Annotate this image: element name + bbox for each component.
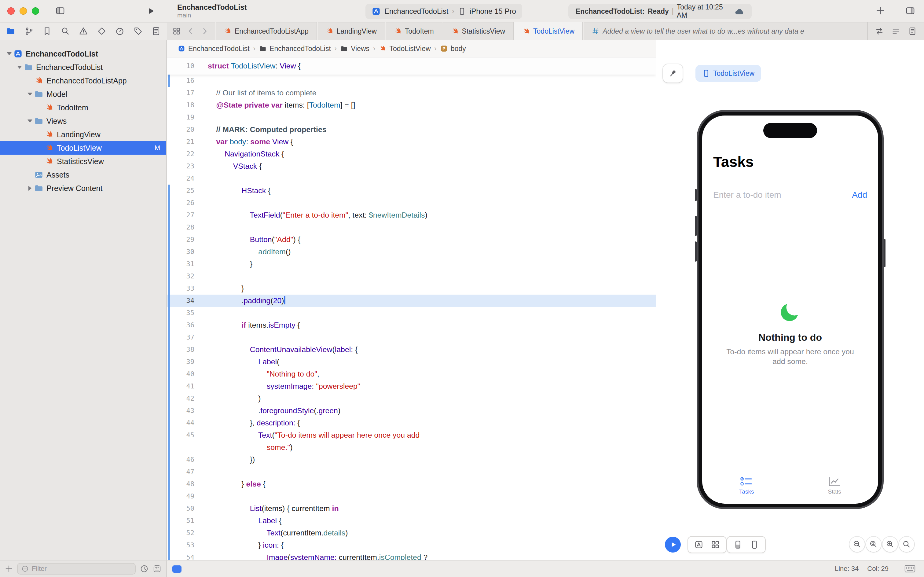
device-settings-icon[interactable] <box>733 540 742 549</box>
code-line-51[interactable]: 51 Label { <box>167 515 656 527</box>
code-line-32[interactable]: 32 <box>167 270 656 282</box>
disclosure-chevron-down[interactable] <box>26 119 34 122</box>
line-number[interactable]: 36 <box>167 319 194 331</box>
code-line-36[interactable]: 36 if items.isEmpty { <box>167 319 656 331</box>
breadcrumb-item-enchancedtodolist[interactable]: EnchancedTodoList <box>259 45 331 53</box>
line-number[interactable]: 47 <box>167 466 194 478</box>
code-line-39[interactable]: 39 Label( <box>167 356 656 368</box>
line-number[interactable]: 33 <box>167 282 194 295</box>
sidebar-item-assets[interactable]: Assets <box>0 168 166 182</box>
line-number[interactable]: 22 <box>167 148 194 160</box>
line-number[interactable]: 49 <box>167 490 194 503</box>
code-line-53[interactable]: 53 } icon: { <box>167 539 656 551</box>
code-line-50[interactable]: 50 List(items) { currentItem in <box>167 503 656 515</box>
line-number[interactable]: 35 <box>167 307 194 319</box>
editor-tab-enchancedtodolistapp[interactable]: EnchancedTodoListApp <box>215 22 317 40</box>
source-control-filter-button[interactable] <box>153 564 161 573</box>
line-number[interactable]: 37 <box>167 331 194 343</box>
device-icon[interactable] <box>750 540 759 549</box>
line-number[interactable]: 40 <box>167 368 194 380</box>
line-number[interactable]: 29 <box>167 234 194 246</box>
line-number[interactable]: 38 <box>167 343 194 356</box>
code-line-wrap[interactable]: some.") <box>167 441 656 453</box>
code-line-21[interactable]: 21 var body: some View { <box>167 136 656 148</box>
zoom-in-button[interactable] <box>882 537 898 552</box>
sidebar-item-preview-content[interactable]: Preview Content <box>0 182 166 195</box>
line-number[interactable]: 21 <box>167 136 194 148</box>
code-line-17[interactable]: 17 // Our list of items to complete <box>167 87 656 99</box>
line-number[interactable]: 41 <box>167 380 194 392</box>
zoom-actual-button[interactable] <box>899 537 914 552</box>
code-line-25[interactable]: 25 HStack { <box>167 185 656 197</box>
scheme-selector[interactable]: EnchancedTodoList › iPhone 15 Pro <box>365 4 522 19</box>
disclosure-chevron-down[interactable] <box>15 66 24 69</box>
line-number[interactable]: 50 <box>167 503 194 515</box>
recent-files-filter-button[interactable] <box>140 564 148 573</box>
code-line-35[interactable]: 35 <box>167 307 656 319</box>
add-file-button[interactable] <box>5 565 13 573</box>
source-control-navigator-button[interactable] <box>24 27 34 36</box>
code-line-34[interactable]: 34 .padding(20) <box>167 295 656 307</box>
code-line-10[interactable]: 10struct TodoListView: View { <box>167 58 656 74</box>
zoom-fit-button[interactable] <box>866 537 881 552</box>
editor-tab-landingview[interactable]: LandingView <box>317 22 385 40</box>
line-number[interactable]: 32 <box>167 270 194 282</box>
code-line-33[interactable]: 33 } <box>167 282 656 295</box>
disclosure-chevron-down[interactable] <box>26 93 34 96</box>
close-window-button[interactable] <box>7 7 14 15</box>
code-line-52[interactable]: 52 Text(currentItem.details) <box>167 527 656 539</box>
bookmarks-navigator-button[interactable] <box>42 27 52 36</box>
code-line-45[interactable]: 45 Text("To-do items will appear here on… <box>167 429 656 441</box>
breadcrumb-item-enchancedtodolist[interactable]: EnchancedTodoList <box>178 45 250 53</box>
code-line-27[interactable]: 27 TextField("Enter a to-do item", text:… <box>167 209 656 221</box>
line-number[interactable]: 48 <box>167 478 194 490</box>
line-number[interactable]: 18 <box>167 99 194 111</box>
disclosure-chevron-right[interactable] <box>26 186 34 191</box>
tests-navigator-button[interactable] <box>97 27 106 36</box>
line-number[interactable]: 28 <box>167 221 194 234</box>
line-number[interactable] <box>167 441 194 453</box>
sidebar-item-views[interactable]: Views <box>0 114 166 128</box>
breadcrumb-item-views[interactable]: Views <box>340 45 369 53</box>
code-line-43[interactable]: 43 .foregroundStyle(.green) <box>167 405 656 417</box>
line-number[interactable]: 54 <box>167 551 194 560</box>
zoom-out-button[interactable] <box>850 537 865 552</box>
code-editor[interactable]: 1617 // Our list of items to complete18 … <box>167 58 656 560</box>
zoom-window-button[interactable] <box>32 7 39 15</box>
filter-field[interactable]: Filter <box>17 563 136 575</box>
breakpoints-navigator-button[interactable] <box>134 27 143 36</box>
code-line-26[interactable]: 26 <box>167 197 656 209</box>
line-number[interactable]: 51 <box>167 515 194 527</box>
line-number[interactable]: 24 <box>167 172 194 185</box>
code-line-48[interactable]: 48 } else { <box>167 478 656 490</box>
code-line-49[interactable]: 49 <box>167 490 656 503</box>
code-line-42[interactable]: 42 ) <box>167 392 656 405</box>
line-number[interactable]: 26 <box>167 197 194 209</box>
line-number[interactable]: 20 <box>167 124 194 136</box>
line-number[interactable]: 34 <box>167 295 194 307</box>
code-line-41[interactable]: 41 systemImage: "powersleep" <box>167 380 656 392</box>
sidebar-item-enchancedtodolist[interactable]: EnchancedTodoList <box>0 61 166 74</box>
code-line-37[interactable]: 37 <box>167 331 656 343</box>
code-line-38[interactable]: 38 ContentUnavailableView(label: { <box>167 343 656 356</box>
code-line-54[interactable]: 54 Image(systemName: currentItem.isCompl… <box>167 551 656 560</box>
line-number[interactable]: 45 <box>167 429 194 441</box>
editor-tab-todolistview[interactable]: TodoListView <box>514 22 583 40</box>
preview-target-chip[interactable]: TodoListView <box>695 65 761 82</box>
tab-overview-button[interactable] <box>172 27 181 35</box>
project-navigator-button[interactable] <box>6 27 15 36</box>
sidebar-item-enchancedtodolist[interactable]: EnchancedTodoList <box>0 47 166 61</box>
breadcrumb-item-body[interactable]: Pbody <box>440 45 466 53</box>
new-tab-button[interactable] <box>876 6 885 15</box>
code-line-18[interactable]: 18 @State private var items: [TodoItem] … <box>167 99 656 111</box>
editor-options-icon[interactable] <box>908 27 917 35</box>
line-number[interactable]: 31 <box>167 258 194 270</box>
run-button[interactable] <box>146 7 155 15</box>
minimap-options-icon[interactable] <box>892 27 900 35</box>
code-line-28[interactable]: 28 <box>167 221 656 234</box>
toggle-navigator-button[interactable] <box>55 6 65 15</box>
debug-navigator-button[interactable] <box>115 27 124 36</box>
sidebar-item-todolistview[interactable]: TodoListViewM <box>0 141 166 155</box>
code-line-19[interactable]: 19 <box>167 111 656 124</box>
sidebar-item-todoitem[interactable]: TodoItem <box>0 101 166 114</box>
